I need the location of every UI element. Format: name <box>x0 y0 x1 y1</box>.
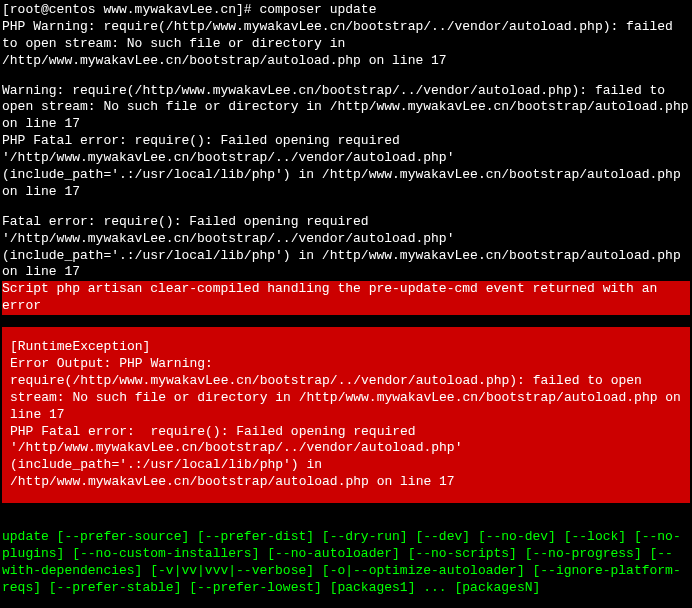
shell-prompt: [root@centos www.mywakavLee.cn]# <box>2 2 259 17</box>
terminal-prompt-line[interactable]: [root@centos www.mywakavLee.cn]# compose… <box>2 2 690 19</box>
exception-title: [RuntimeException] <box>10 339 682 356</box>
runtime-exception-box: [RuntimeException] Error Output: PHP War… <box>2 327 690 503</box>
exception-body: Error Output: PHP Warning: require(/http… <box>10 356 682 491</box>
php-fatal-1: PHP Fatal error: require(): Failed openi… <box>2 133 690 201</box>
script-error-banner: Script php artisan clear-compiled handli… <box>2 281 690 315</box>
php-fatal-2: Fatal error: require(): Failed opening r… <box>2 214 690 282</box>
command-text: composer update <box>259 2 376 17</box>
php-warning-1: PHP Warning: require(/http/www.mywakavLe… <box>2 19 690 70</box>
usage-help: update [--prefer-source] [--prefer-dist]… <box>2 529 690 597</box>
php-warning-2: Warning: require(/http/www.mywakavLee.cn… <box>2 83 690 134</box>
